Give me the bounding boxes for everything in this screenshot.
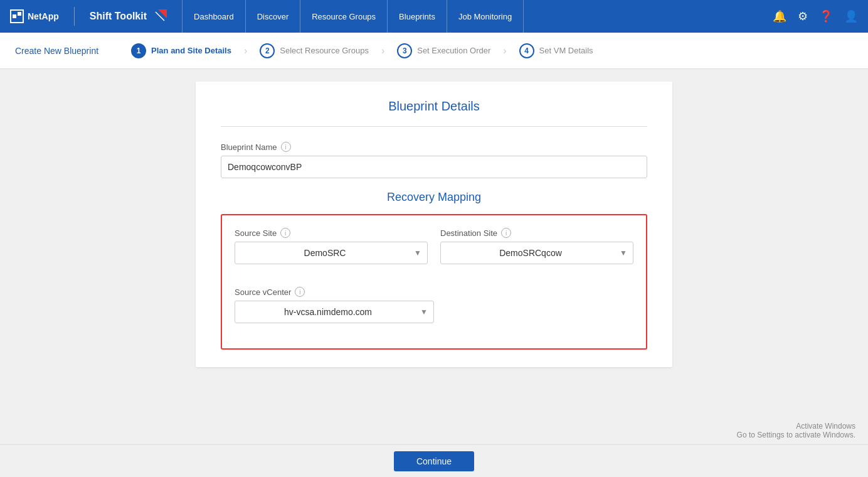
step-2-label: Select Resource Groups [280,46,369,55]
nav-job-monitoring[interactable]: Job Monitoring [447,0,524,33]
source-vcenter-label: Source vCenter [235,287,291,297]
netapp-icon [10,9,24,23]
source-site-label-row: Source Site i [235,228,428,238]
brand: NetApp Shift Toolkit [10,7,167,26]
continue-button[interactable]: Continue [394,451,474,471]
source-vcenter-select[interactable]: hv-vcsa.nimdemo.com [235,301,434,323]
blueprint-name-label: Blueprint Name [221,142,277,152]
source-site-select-wrapper: DemoSRC ▼ [235,242,428,264]
step-3-label: Set Execution Order [417,46,490,55]
step-4-number: 4 [519,43,534,58]
source-site-label: Source Site [235,228,277,238]
netapp-logo: NetApp [10,9,59,23]
create-blueprint-label: Create New Blueprint [15,46,98,56]
main-content: Blueprint Details Blueprint Name i Recov… [0,69,868,444]
source-vcenter-select-wrapper: hv-vcsa.nimdemo.com ▼ [235,301,434,323]
user-icon[interactable]: 👤 [844,9,858,23]
brand-divider [74,7,75,26]
source-vcenter-label-row: Source vCenter i [235,287,633,297]
step-3[interactable]: 3 Set Execution Order [384,43,503,58]
footer: Continue [0,444,868,477]
nav-resource-groups[interactable]: Resource Groups [300,0,388,33]
netapp-label: NetApp [28,11,59,21]
bell-icon[interactable]: 🔔 [773,9,786,23]
main-nav: Dashboard Discover Resource Groups Bluep… [182,0,773,33]
source-vcenter-info-icon[interactable]: i [295,287,305,297]
source-site-info-icon[interactable]: i [280,228,290,238]
ribbon-icon [149,9,167,23]
source-vcenter-group: Source vCenter i hv-vcsa.nimdemo.com ▼ [235,287,633,323]
section-divider-1 [221,126,647,127]
destination-site-label-row: Destination Site i [440,228,633,238]
blueprint-name-group: Blueprint Name i [221,142,647,178]
destination-site-label: Destination Site [440,228,497,238]
recovery-mapping-title: Recovery Mapping [221,191,647,204]
svg-rect-1 [13,14,16,18]
destination-site-select[interactable]: DemoSRCqcow [440,242,633,264]
gear-icon[interactable]: ⚙ [798,9,808,23]
step-1-number: 1 [131,43,146,58]
shift-toolkit-label: Shift Toolkit [90,9,167,23]
content-card: Blueprint Details Blueprint Name i Recov… [196,82,672,367]
blueprint-details-title: Blueprint Details [221,99,647,114]
source-site-select[interactable]: DemoSRC [235,242,428,264]
blueprint-name-input[interactable] [221,156,647,178]
nav-discover[interactable]: Discover [246,0,301,33]
blueprint-name-info-icon[interactable]: i [281,142,291,152]
step-3-number: 3 [397,43,412,58]
destination-site-select-wrapper: DemoSRCqcow ▼ [440,242,633,264]
recovery-mapping-box: Source Site i DemoSRC ▼ Destination Site… [221,214,647,350]
blueprint-name-label-row: Blueprint Name i [221,142,647,152]
step-2[interactable]: 2 Select Resource Groups [247,43,381,58]
destination-site-group: Destination Site i DemoSRCqcow ▼ [440,228,633,264]
destination-site-info-icon[interactable]: i [501,228,511,238]
nav-blueprints[interactable]: Blueprints [388,0,447,33]
help-icon[interactable]: ❓ [819,9,833,23]
subheader: Create New Blueprint 1 Plan and Site Det… [0,33,868,69]
step-4[interactable]: 4 Set VM Details [507,43,606,58]
header: NetApp Shift Toolkit Dashboard Discover … [0,0,868,33]
steps-container: 1 Plan and Site Details › 2 Select Resou… [119,43,606,58]
step-1-label: Plan and Site Details [151,46,231,55]
nav-dashboard[interactable]: Dashboard [182,0,246,33]
svg-rect-2 [18,12,21,16]
step-4-label: Set VM Details [539,46,593,55]
site-fields-row: Source Site i DemoSRC ▼ Destination Site… [235,228,633,277]
svg-marker-3 [158,9,167,18]
header-icons: 🔔 ⚙ ❓ 👤 [773,9,858,23]
step-2-number: 2 [260,43,275,58]
step-1[interactable]: 1 Plan and Site Details [119,43,244,58]
source-site-group: Source Site i DemoSRC ▼ [235,228,428,264]
